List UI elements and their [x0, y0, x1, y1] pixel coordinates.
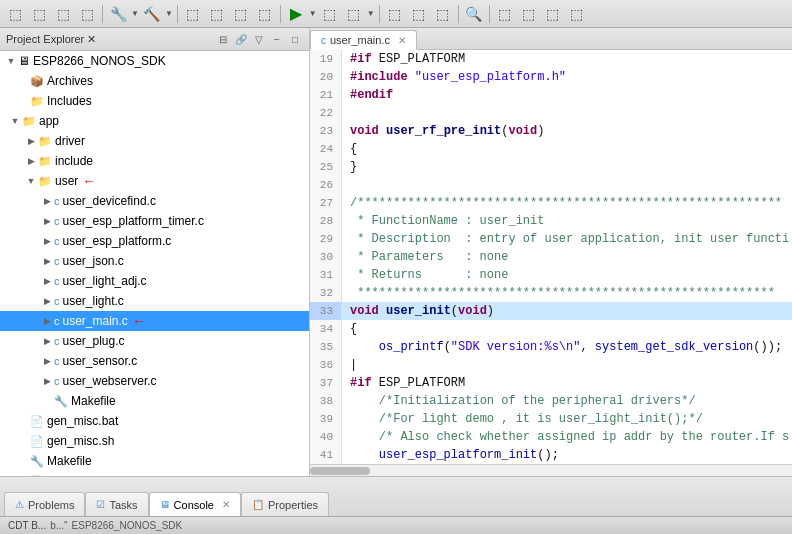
sidebar-item-user-esp-platform[interactable]: ▶ c user_esp_platform.c	[0, 231, 309, 251]
code-line-20: 20 #include "user_esp_platform.h"	[310, 68, 792, 86]
sidebar-item-user-plug[interactable]: ▶ c user_plug.c	[0, 331, 309, 351]
user-json-arrow[interactable]: ▶	[40, 254, 54, 268]
sidebar-item-user[interactable]: ▼ 📁 user ←	[0, 171, 309, 191]
user-esp-timer-arrow[interactable]: ▶	[40, 214, 54, 228]
tree-root[interactable]: ▼ 🖥 ESP8266_NONOS_SDK	[0, 51, 309, 71]
view-menu-btn[interactable]: ▽	[251, 31, 267, 47]
line-content-38: /*Initialization of the peripheral drive…	[342, 392, 696, 410]
toolbar-btn-run[interactable]: ▶	[285, 3, 307, 25]
sidebar-item-user-light[interactable]: ▶ c user_light.c	[0, 291, 309, 311]
line-num-24: 24	[310, 140, 342, 158]
user-main-arrow[interactable]: ▶	[40, 314, 54, 328]
toolbar-dropdown-run[interactable]: ▼	[309, 9, 317, 18]
root-arrow[interactable]: ▼	[4, 54, 18, 68]
gen-misc-sh-icon: 📄	[30, 435, 44, 448]
user-esp-platform-arrow[interactable]: ▶	[40, 234, 54, 248]
sidebar-item-user-light-adj[interactable]: ▶ c user_light_adj.c	[0, 271, 309, 291]
line-content-39: /*For light demo , it is user_light_init…	[342, 410, 703, 428]
toolbar-btn-3[interactable]: ⬚	[52, 3, 74, 25]
minimize-btn[interactable]: −	[269, 31, 285, 47]
sidebar-item-user-json[interactable]: ▶ c user_json.c	[0, 251, 309, 271]
toolbar-btn-5[interactable]: 🔧	[107, 3, 129, 25]
user-plug-arrow[interactable]: ▶	[40, 334, 54, 348]
toolbar-btn-13[interactable]: ⬚	[384, 3, 406, 25]
sidebar-item-gen-misc-bat[interactable]: ▶ 📄 gen_misc.bat	[0, 411, 309, 431]
sidebar-item-user-devicefind[interactable]: ▶ c user_devicefind.c	[0, 191, 309, 211]
gen-misc-bat-arrow: ▶	[16, 414, 30, 428]
user-light-adj-arrow[interactable]: ▶	[40, 274, 54, 288]
line-num-30: 30	[310, 248, 342, 266]
toolbar-btn-15[interactable]: ⬚	[432, 3, 454, 25]
code-line-40: 40 /* Also check whether assigned ip add…	[310, 428, 792, 446]
sidebar-item-user-esp-timer[interactable]: ▶ c user_esp_platform_timer.c	[0, 211, 309, 231]
line-num-31: 31	[310, 266, 342, 284]
line-content-31: * Returns : none	[342, 266, 508, 284]
toolbar-btn-4[interactable]: ⬚	[76, 3, 98, 25]
user-light-arrow[interactable]: ▶	[40, 294, 54, 308]
sidebar-item-archives[interactable]: ▶ 📦 Archives	[0, 71, 309, 91]
user-sensor-arrow[interactable]: ▶	[40, 354, 54, 368]
toolbar-btn-17[interactable]: ⬚	[494, 3, 516, 25]
line-content-27: /***************************************…	[342, 194, 782, 212]
maximize-btn[interactable]: □	[287, 31, 303, 47]
app-arrow[interactable]: ▼	[8, 114, 22, 128]
tab-close-btn[interactable]: ✕	[398, 35, 406, 46]
toolbar-btn-16[interactable]: 🔍	[463, 3, 485, 25]
content-area: Project Explorer ✕ ⊟ 🔗 ▽ − □ ▼ 🖥 ESP	[0, 28, 792, 476]
toolbar-btn-20[interactable]: ⬚	[566, 3, 588, 25]
tab-properties[interactable]: 📋 Properties	[241, 492, 329, 516]
line-num-19: 19	[310, 50, 342, 68]
user-devicefind-arrow[interactable]: ▶	[40, 194, 54, 208]
toolbar-btn-9[interactable]: ⬚	[230, 3, 252, 25]
toolbar-btn-18[interactable]: ⬚	[518, 3, 540, 25]
toolbar-dropdown-3[interactable]: ▼	[367, 9, 375, 18]
driver-arrow[interactable]: ▶	[24, 134, 38, 148]
sidebar-item-gen-misc-sh[interactable]: ▶ 📄 gen_misc.sh	[0, 431, 309, 451]
toolbar-btn-2[interactable]: ⬚	[28, 3, 50, 25]
toolbar-btn-14[interactable]: ⬚	[408, 3, 430, 25]
toolbar-btn-6[interactable]: 🔨	[141, 3, 163, 25]
tasks-label: Tasks	[109, 499, 137, 511]
line-num-27: 27	[310, 194, 342, 212]
editor-tab-user-main[interactable]: c user_main.c ✕	[310, 30, 417, 50]
console-close-btn[interactable]: ✕	[222, 499, 230, 510]
user-webserver-label: user_webserver.c	[63, 374, 157, 388]
toolbar-btn-1[interactable]: ⬚	[4, 3, 26, 25]
toolbar-btn-11[interactable]: ⬚	[319, 3, 341, 25]
sidebar-item-user-sensor[interactable]: ▶ c user_sensor.c	[0, 351, 309, 371]
tab-label: user_main.c	[330, 34, 390, 46]
sidebar-item-include-folder[interactable]: ▶ 📁 include	[0, 151, 309, 171]
sidebar-item-user-main[interactable]: ▶ c user_main.c ←	[0, 311, 309, 331]
user-webserver-arrow[interactable]: ▶	[40, 374, 54, 388]
toolbar-dropdown-2[interactable]: ▼	[165, 9, 173, 18]
toolbar-dropdown-1[interactable]: ▼	[131, 9, 139, 18]
toolbar-btn-8[interactable]: ⬚	[206, 3, 228, 25]
link-with-editor-btn[interactable]: 🔗	[233, 31, 249, 47]
sidebar-item-includes[interactable]: ▶ 📁 Includes	[0, 91, 309, 111]
tab-problems[interactable]: ⚠ Problems	[4, 492, 85, 516]
toolbar-btn-7[interactable]: ⬚	[182, 3, 204, 25]
includes-arrow[interactable]: ▶	[16, 94, 30, 108]
user-arrow[interactable]: ▼	[24, 174, 38, 188]
collapse-all-btn[interactable]: ⊟	[215, 31, 231, 47]
line-num-36: 36	[310, 356, 342, 374]
sidebar-item-driver[interactable]: ▶ 📁 driver	[0, 131, 309, 151]
tab-console[interactable]: 🖥 Console ✕	[149, 492, 241, 516]
driver-label: driver	[55, 134, 85, 148]
hscroll-bar[interactable]	[310, 467, 370, 475]
sidebar-item-app[interactable]: ▼ 📁 app	[0, 111, 309, 131]
toolbar-btn-10[interactable]: ⬚	[254, 3, 276, 25]
sidebar-item-makefile[interactable]: ▶ 🔧 Makefile	[0, 451, 309, 471]
sidebar-item-user-webserver[interactable]: ▶ c user_webserver.c	[0, 371, 309, 391]
user-sensor-label: user_sensor.c	[63, 354, 138, 368]
tree-container[interactable]: ▼ 🖥 ESP8266_NONOS_SDK ▶ 📦 Archives	[0, 51, 309, 476]
tab-tasks[interactable]: ☑ Tasks	[85, 492, 148, 516]
toolbar-btn-19[interactable]: ⬚	[542, 3, 564, 25]
code-content[interactable]: 19 #if ESP_PLATFORM 20 #include "user_es…	[310, 50, 792, 464]
hscroll-area[interactable]	[310, 464, 792, 476]
include-arrow[interactable]: ▶	[24, 154, 38, 168]
toolbar-btn-12[interactable]: ⬚	[343, 3, 365, 25]
user-devicefind-label: user_devicefind.c	[63, 194, 156, 208]
archives-arrow[interactable]: ▶	[16, 74, 30, 88]
sidebar-item-makefile-user[interactable]: ▶ 🔧 Makefile	[0, 391, 309, 411]
